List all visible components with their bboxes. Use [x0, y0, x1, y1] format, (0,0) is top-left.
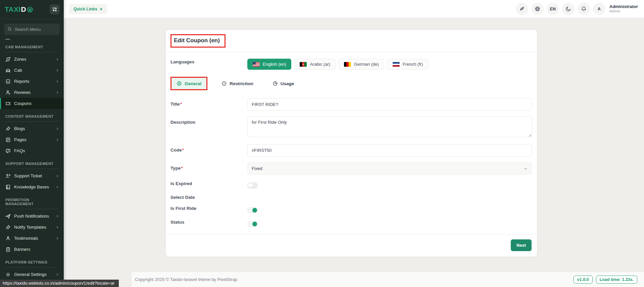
code-input[interactable] [247, 144, 532, 157]
language-button-english[interactable]: English (en) [247, 59, 291, 70]
is-first-ride-toggle[interactable] [247, 207, 258, 213]
language-button-french[interactable]: French (fr) [387, 59, 429, 70]
tab-restriction[interactable]: Restriction [216, 78, 258, 89]
annotation-box-title: Edit Coupon (en) [170, 34, 226, 48]
type-label: Type* [170, 162, 247, 171]
theme-customizer-icon[interactable] [516, 3, 528, 15]
copyright-text: Copyright 2025 © Taxido-laravel theme by… [135, 277, 237, 282]
tab-label: General [185, 81, 201, 86]
avatar-initial: A [598, 7, 601, 11]
description-textarea[interactable]: for First Ride Only [247, 116, 532, 137]
sidebar-item-zones[interactable]: Zones [0, 54, 64, 65]
sidebar-scrollbar[interactable] [64, 18, 66, 287]
quick-links-button[interactable]: Quick Links + [69, 4, 107, 14]
next-button[interactable]: Next [511, 239, 532, 251]
sidebar-item-label: FAQs [14, 148, 25, 153]
sidebar-item-banners[interactable]: Banners [0, 244, 64, 255]
steering-wheel-icon [27, 6, 33, 13]
person-icon [5, 236, 11, 241]
sidebar-item-faqs[interactable]: FAQs [0, 145, 64, 156]
sidebar-toggle-grid-icon[interactable] [50, 4, 60, 14]
is-expired-toggle[interactable] [247, 182, 258, 188]
language-button-arabic[interactable]: Arabic (ar) [294, 59, 336, 70]
title-label: Title* [170, 98, 247, 107]
sidebar-section-platform-settings: PLATFORM SETTINGS [5, 260, 58, 268]
report-chart-icon [5, 79, 11, 84]
required-asterisk: * [182, 148, 184, 153]
load-time-badge: Load time: 1.23s. [596, 276, 637, 284]
language-badge-label: EN [550, 7, 556, 11]
chevron-right-icon [56, 91, 59, 94]
support-person-icon [5, 173, 11, 179]
sidebar-item-notify-templates[interactable]: Notify Templates [0, 222, 64, 233]
book-icon [5, 184, 11, 190]
type-select[interactable]: Fixed [247, 162, 532, 175]
user-avatar[interactable]: A [593, 3, 605, 15]
dark-mode-moon-icon[interactable] [562, 3, 575, 15]
sidebar-section-cab-management: CAB MANAGEMENT [5, 45, 58, 52]
main-area: Quick Links + EN A Administrator [66, 0, 644, 287]
pin-icon [5, 225, 11, 230]
us-flag-icon [253, 62, 260, 67]
card-header: Edit Coupon (en) [166, 30, 537, 52]
sidebar-item-knowledge-bases[interactable]: Knowledge Bases [0, 181, 64, 192]
sidebar-section-content-management: CONTENT MANAGEMENT [5, 114, 58, 122]
sidebar-item-testimonials[interactable]: Testimonials [0, 233, 64, 244]
sidebar-item-cab[interactable]: Cab [0, 65, 64, 76]
sidebar-item-label: Cab [14, 68, 22, 73]
tab-usage[interactable]: Usage [267, 78, 299, 89]
zones-route-icon [5, 57, 11, 62]
logo-text-primary: TAXI [5, 5, 20, 13]
user-meta[interactable]: Administrator Admin [609, 4, 638, 14]
reviews-person-icon [5, 90, 11, 95]
languages-label: Languages [170, 59, 247, 64]
alert-circle-icon [221, 81, 227, 86]
language-badge[interactable]: EN [547, 3, 559, 15]
language-button-label: English (en) [263, 62, 286, 67]
sidebar-item-label: Reports [14, 79, 30, 84]
page-title: Edit Coupon (en) [174, 37, 220, 44]
sidebar-item-label: Notify Templates [14, 225, 46, 230]
sidebar-item-reviews[interactable]: Reviews [0, 87, 64, 98]
tab-general[interactable]: General [171, 78, 206, 89]
sidebar-item-label: Banners [14, 247, 30, 252]
pie-chart-icon [273, 81, 278, 86]
sidebar-item-blogs[interactable]: Blogs [0, 123, 64, 134]
chevron-down-icon [524, 167, 528, 171]
chevron-right-icon [56, 273, 59, 276]
language-button-label: French (fr) [403, 62, 423, 67]
badge-icon [177, 81, 182, 86]
sidebar-item-pages[interactable]: Pages [0, 134, 64, 145]
user-name: Administrator [609, 4, 638, 9]
sidebar-item-label: Support Ticket [14, 173, 42, 178]
send-icon [5, 214, 11, 219]
sidebar-item-label: Push Notifications [14, 214, 49, 219]
sidebar-search[interactable] [4, 23, 60, 35]
sidebar-item-label: Testimonials [14, 236, 38, 241]
code-label: Code* [170, 144, 247, 153]
sidebar-item-general-settings[interactable]: General Settings [0, 269, 64, 280]
title-input[interactable] [247, 98, 532, 111]
sidebar-item-reports[interactable]: Reports [0, 76, 64, 87]
user-role: Admin [609, 9, 638, 14]
notifications-bell-icon[interactable] [578, 3, 590, 15]
page-footer: Copyright 2025 © Taxido-laravel theme by… [132, 272, 644, 287]
search-input[interactable] [15, 27, 56, 32]
page-icon [5, 137, 11, 142]
language-buttons: English (en) Arabic (ar) German (de) [247, 59, 532, 70]
coupon-tabs: General Restriction Usage [170, 77, 532, 90]
brand-logo[interactable]: TAXI D [5, 5, 33, 13]
sidebar-item-label: Coupons [14, 101, 32, 106]
sidebar-item-push-notifications[interactable]: Push Notifications [0, 211, 64, 222]
status-toggle[interactable] [247, 221, 258, 227]
sidebar-item-support-ticket[interactable]: Support Ticket [0, 170, 64, 181]
sidebar-item-coupons[interactable]: Coupons [0, 98, 64, 109]
search-icon [7, 27, 12, 32]
edit-coupon-card: Edit Coupon (en) Languages English (en) [166, 30, 537, 256]
description-label: Description [170, 116, 247, 125]
language-button-german[interactable]: German (de) [339, 59, 384, 70]
globe-icon[interactable] [531, 3, 544, 15]
chevron-right-icon [56, 69, 59, 72]
annotation-box-general-tab: General [170, 77, 207, 90]
chevron-right-icon [56, 215, 59, 218]
